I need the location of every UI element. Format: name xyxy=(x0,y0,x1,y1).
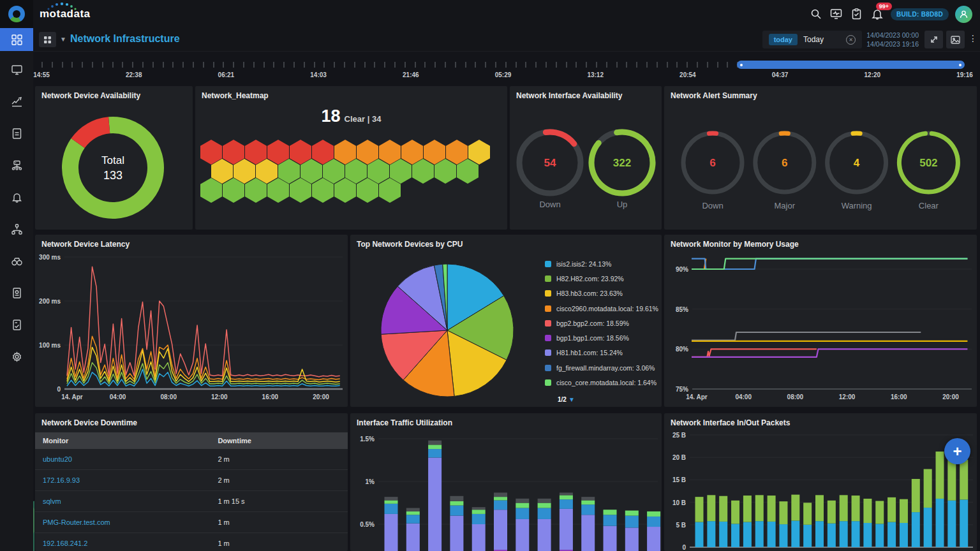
motadata-logo-icon xyxy=(8,6,25,22)
timeline-label: 12:20 xyxy=(865,71,881,78)
timeline-tick xyxy=(62,62,63,68)
range-handle-left[interactable] xyxy=(740,64,743,66)
timeline-tick xyxy=(264,62,265,68)
timeline-tick xyxy=(203,62,204,68)
dashboard-grid-button[interactable] xyxy=(39,32,56,47)
legend-item[interactable]: H83.hb3.com: 23.63% xyxy=(545,286,658,301)
monitor-link[interactable]: 192.168.241.2 xyxy=(35,533,210,551)
timeline-tick xyxy=(243,62,244,68)
legend-swatch xyxy=(545,365,551,371)
panel-device-latency: Network Device Latency 300 ms200 ms100 m… xyxy=(35,235,348,407)
legend-item[interactable]: isis2.isis2: 24.13% xyxy=(545,256,658,271)
chevron-down-icon[interactable]: ▼ xyxy=(60,36,66,43)
timeline-strip: 14:5522:3806:2114:0321:4605:2913:1220:54… xyxy=(33,52,980,85)
kebab-menu[interactable]: ⋮ xyxy=(969,33,977,43)
interface-availability-gauges: 54Down322Up xyxy=(510,86,662,230)
svg-text:80%: 80% xyxy=(676,346,688,353)
sidebar-item-alerts[interactable] xyxy=(0,185,33,209)
dashboard-title[interactable]: Network Infrastructure xyxy=(70,33,180,45)
time-range-badge[interactable]: today xyxy=(769,34,798,45)
snapshot-button[interactable] xyxy=(946,31,965,48)
sidebar-item-topology[interactable] xyxy=(0,217,33,241)
timeline-tick xyxy=(676,62,678,68)
timeline-tick xyxy=(575,62,577,68)
sidebar-item-logs[interactable] xyxy=(0,121,33,145)
timeline-tick xyxy=(697,62,698,68)
legend-item[interactable]: bgp2.bgp2.com: 18.59% xyxy=(545,316,658,330)
sidebar-item-settings[interactable] xyxy=(0,344,33,369)
monitor-link[interactable]: 172.16.9.93 xyxy=(35,470,210,491)
timeline-range-slider[interactable] xyxy=(737,61,965,69)
timeline-tick xyxy=(657,62,658,68)
sidebar-item-monitors[interactable] xyxy=(0,57,33,82)
legend-pagination[interactable]: 1/2 ▼ xyxy=(558,395,575,403)
sidebar-item-devices[interactable] xyxy=(0,153,33,177)
table-row: 172.16.9.932 m xyxy=(35,470,348,491)
heatmap-big-suffix: Clear | 34 xyxy=(345,114,382,124)
sidebar-item-reports[interactable] xyxy=(0,312,33,337)
time-range-label: Today xyxy=(803,35,824,44)
legend-item[interactable]: bgp1.bgp1.com: 18.56% xyxy=(545,330,658,345)
svg-text:Total: Total xyxy=(101,154,124,166)
timeline-tick xyxy=(384,62,385,68)
timeline-tick xyxy=(465,62,466,68)
timeline-tick xyxy=(495,62,496,68)
svg-text:04:00: 04:00 xyxy=(735,393,752,400)
search-icon[interactable] xyxy=(809,7,823,21)
app-logo[interactable] xyxy=(0,0,33,28)
agent-monitor-icon[interactable] xyxy=(829,7,843,21)
legend-label: cisco_core.motadata.local: 1.64% xyxy=(556,379,657,386)
latency-line-chart: 300 ms200 ms100 ms014. Apr04:0008:0012:0… xyxy=(35,235,348,407)
timeline-tick xyxy=(122,62,123,68)
monitor-link[interactable]: PMG-Router.test.com xyxy=(35,512,210,533)
legend-label: isis2.isis2: 24.13% xyxy=(556,260,611,268)
timeline-tick xyxy=(223,62,224,68)
legend-item[interactable]: H81.hb1.com: 15.24% xyxy=(545,346,658,360)
sidebar-item-metrics[interactable] xyxy=(0,89,33,114)
sidebar-item-discovery[interactable] xyxy=(0,249,33,273)
sidebar-item-dashboards[interactable] xyxy=(0,28,33,51)
legend-item[interactable]: fg_firewall.mindarray.com: 3.06% xyxy=(545,360,658,375)
add-fab-button[interactable]: + xyxy=(944,438,970,464)
notifications-bell-icon[interactable]: 99+ xyxy=(870,7,884,21)
avatar[interactable] xyxy=(955,6,972,23)
cpu-pie-chart xyxy=(350,235,535,407)
table-row: 192.168.241.21 m xyxy=(35,533,348,551)
column-header-monitor[interactable]: Monitor xyxy=(35,432,210,449)
timeline-tick xyxy=(41,62,43,68)
clear-time-range-icon[interactable]: ✕ xyxy=(846,35,856,45)
panel-device-availability: Network Device Availability Total133 xyxy=(35,86,193,230)
timeline-tick xyxy=(82,62,83,68)
downtime-table: Monitor Downtime ubuntu202 m172.16.9.932… xyxy=(35,432,348,551)
timeline-label: 20:54 xyxy=(679,71,696,78)
timeline-tick xyxy=(687,62,688,68)
monitor-link[interactable]: ubuntu20 xyxy=(35,449,210,470)
panel-title: Top Network Devices by CPU xyxy=(357,240,463,249)
timeline-tick xyxy=(516,62,517,68)
hex-cell-yellow[interactable] xyxy=(468,140,490,165)
sidebar-item-inventory[interactable] xyxy=(0,281,33,305)
svg-text:1.5%: 1.5% xyxy=(360,436,375,443)
svg-text:20 B: 20 B xyxy=(672,454,686,461)
timeline-tick xyxy=(344,62,345,68)
device-availability-donut-chart: Total133 xyxy=(35,86,193,230)
panel-network-heatmap: Network_Heatmap 18Clear | 34 xyxy=(195,86,507,230)
topology-icon xyxy=(11,223,23,235)
time-range-picker[interactable]: today Today ✕ xyxy=(762,31,862,48)
range-handle-right[interactable] xyxy=(959,64,961,66)
legend-item[interactable]: cisco2960.motadata.local: 19.61% xyxy=(545,301,658,316)
timeline-tick xyxy=(546,62,547,68)
column-header-downtime[interactable]: Downtime xyxy=(210,432,348,449)
expand-button[interactable] xyxy=(924,31,943,48)
clipboard-check-icon[interactable] xyxy=(850,7,864,21)
timeline-tick xyxy=(434,62,436,68)
legend-label: fg_firewall.mindarray.com: 3.06% xyxy=(556,364,655,372)
monitor-link[interactable]: sqlvm xyxy=(35,491,210,512)
legend-item[interactable]: H82.H82.com: 23.92% xyxy=(545,271,658,286)
legend-item[interactable]: cisco_core.motadata.local: 1.64% xyxy=(545,375,658,390)
legend-swatch xyxy=(545,290,551,297)
svg-text:12:00: 12:00 xyxy=(211,393,228,400)
timeline-tick xyxy=(566,62,567,68)
legend-label: cisco2960.motadata.local: 19.61% xyxy=(556,305,658,312)
table-row: ubuntu202 m xyxy=(35,449,348,470)
